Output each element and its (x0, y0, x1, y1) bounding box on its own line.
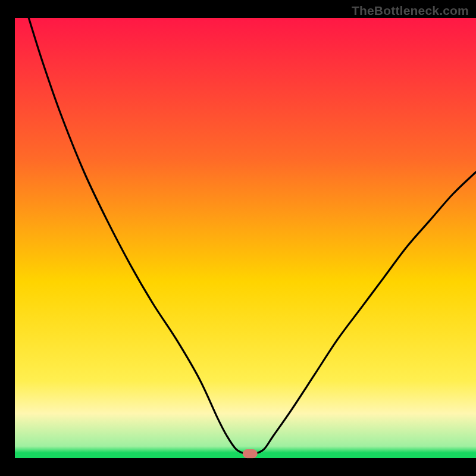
watermark-text: TheBottleneck.com (352, 4, 469, 18)
optimal-marker (243, 450, 257, 458)
bottleneck-chart (0, 0, 476, 476)
plot-background (15, 18, 476, 458)
left-border (0, 0, 15, 476)
bottom-border (0, 458, 476, 476)
chart-stage: TheBottleneck.com (0, 0, 476, 476)
